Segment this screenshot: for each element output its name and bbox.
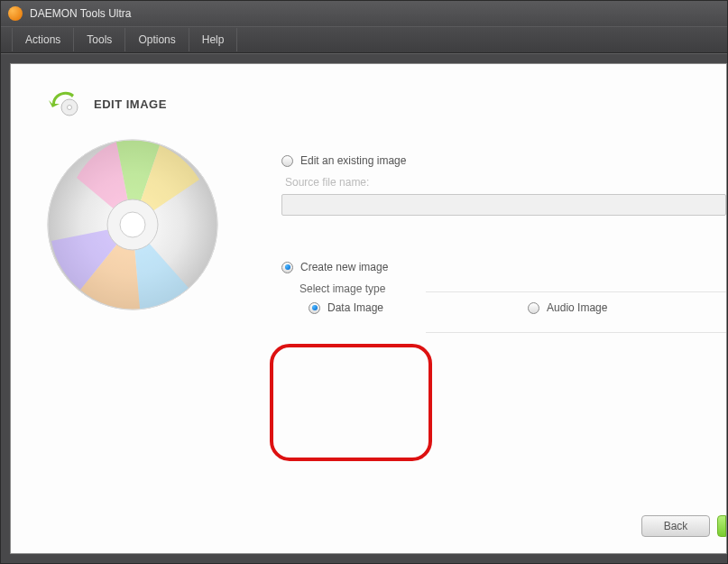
menu-options[interactable]: Options xyxy=(125,28,189,51)
audio-image-option[interactable]: Audio Image xyxy=(528,301,607,314)
source-file-input[interactable] xyxy=(281,194,726,216)
disc-arrow-icon xyxy=(47,91,79,116)
svg-point-5 xyxy=(120,212,145,237)
menu-actions[interactable]: Actions xyxy=(12,28,74,51)
left-pane: EDIT IMAGE xyxy=(11,64,254,553)
data-image-radio[interactable] xyxy=(309,302,320,314)
divider-2 xyxy=(426,332,726,333)
disc-image-icon xyxy=(42,134,223,315)
svg-point-1 xyxy=(68,106,72,110)
content: EDIT IMAGE xyxy=(10,63,727,554)
create-new-option[interactable]: Create new image xyxy=(281,261,726,273)
titlebar: DAEMON Tools Ultra xyxy=(1,1,727,26)
right-pane: Edit an existing image Source file name:… xyxy=(254,64,726,553)
menu-tools[interactable]: Tools xyxy=(74,28,125,51)
page-header: EDIT IMAGE xyxy=(29,91,167,116)
window-title: DAEMON Tools Ultra xyxy=(30,7,131,20)
app-icon xyxy=(8,6,23,21)
back-button[interactable]: Back xyxy=(641,515,710,537)
data-image-option[interactable]: Data Image xyxy=(309,301,383,314)
page-title: EDIT IMAGE xyxy=(94,97,167,111)
footer-buttons: Back xyxy=(641,515,726,537)
menubar: Actions Tools Options Help xyxy=(1,26,727,53)
audio-image-label: Audio Image xyxy=(547,301,607,314)
audio-image-radio[interactable] xyxy=(528,302,539,314)
next-button[interactable] xyxy=(717,515,726,537)
create-new-radio[interactable] xyxy=(281,262,293,273)
edit-existing-radio[interactable] xyxy=(281,155,293,167)
divider xyxy=(426,291,726,292)
menu-help[interactable]: Help xyxy=(189,28,238,51)
content-frame: EDIT IMAGE xyxy=(1,53,727,563)
select-type-label: Select image type xyxy=(299,282,726,295)
image-type-row: Data Image Audio Image xyxy=(309,301,726,323)
app-window: DAEMON Tools Ultra Actions Tools Options… xyxy=(0,0,728,564)
edit-existing-label: Edit an existing image xyxy=(300,154,406,167)
data-image-label: Data Image xyxy=(327,301,383,314)
edit-existing-option[interactable]: Edit an existing image xyxy=(281,154,726,167)
create-new-label: Create new image xyxy=(300,261,388,273)
source-file-label: Source file name: xyxy=(285,176,726,189)
